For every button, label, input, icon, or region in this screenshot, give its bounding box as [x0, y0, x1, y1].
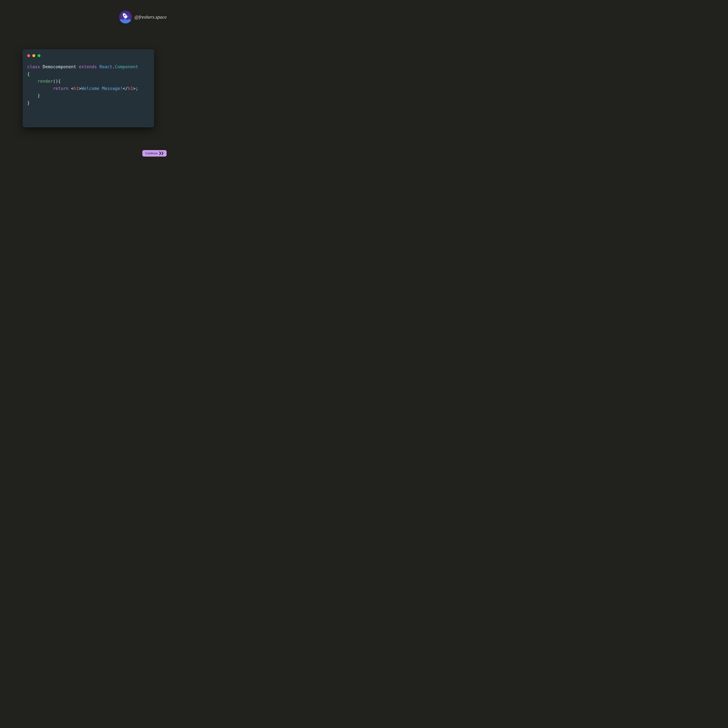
chevron-right-icon — [159, 151, 164, 155]
tag-lt: < — [71, 86, 73, 91]
tag-close-lt: </ — [122, 86, 128, 91]
window-minimize-icon — [32, 54, 35, 57]
keyword-extends: extends — [79, 64, 97, 69]
indent — [27, 86, 53, 91]
class-name: Democomponent — [43, 64, 76, 69]
brace-close-inner: } — [38, 93, 40, 98]
continue-button[interactable]: Continue — [142, 150, 167, 157]
account-handle: @freshers.space — [135, 14, 167, 20]
method-render: render — [38, 79, 53, 84]
cloud-icon — [119, 18, 132, 23]
header: @freshers.space — [119, 11, 167, 23]
window-close-icon — [27, 54, 30, 57]
indent — [27, 79, 38, 84]
keyword-return: return — [53, 86, 69, 91]
parens-brace: (){ — [53, 79, 61, 84]
tag-close-gt: > — [133, 86, 136, 91]
keyword-class: class — [27, 64, 40, 69]
semicolon: ; — [136, 86, 138, 91]
window-maximize-icon — [38, 54, 40, 57]
indent — [27, 93, 38, 98]
traffic-lights — [27, 54, 150, 57]
jsx-text: Welcome Message! — [81, 86, 122, 91]
code-block: class Democomponent extends React.Compon… — [27, 63, 150, 106]
dot-operator: . — [112, 64, 115, 69]
component-class: Component — [115, 64, 138, 69]
avatar — [119, 11, 132, 23]
tag-name-open: h1 — [73, 86, 79, 91]
tag-name-close: h1 — [128, 86, 133, 91]
brace-open: { — [27, 72, 30, 76]
continue-label: Continue — [145, 151, 158, 155]
brace-close-outer: } — [27, 100, 30, 105]
code-window: class Democomponent extends React.Compon… — [23, 49, 154, 127]
react-namespace: React — [99, 64, 112, 69]
tag-gt: > — [79, 86, 81, 91]
